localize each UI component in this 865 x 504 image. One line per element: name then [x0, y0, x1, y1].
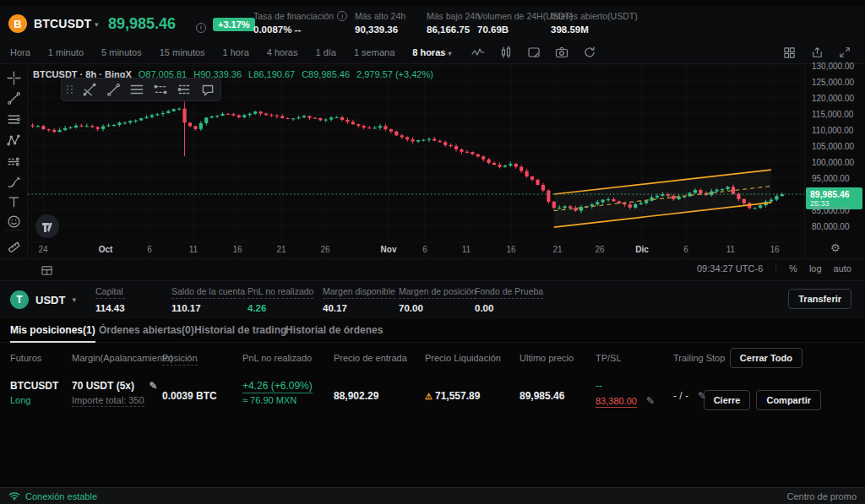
time-tick: 6 [683, 245, 688, 254]
timeframe-1-día[interactable]: 1 día [315, 47, 335, 57]
header-stat: Más alto 24h90,339.36 [355, 11, 405, 35]
timeframe-15-minutos[interactable]: 15 minutos [160, 47, 205, 57]
timeframe-1-minuto[interactable]: 1 minuto [48, 47, 84, 57]
timeframe-1-hora[interactable]: 1 hora [223, 47, 249, 57]
entry-price: 88,902.29 [334, 390, 378, 402]
account-stat: Saldo de la cuenta110.17 [171, 286, 245, 313]
account-stat: Margen disponible40.17 [323, 286, 395, 313]
tab-historial-ordenes[interactable]: Historial de órdenes [286, 324, 383, 336]
parallel-lines-icon[interactable] [129, 82, 144, 97]
wifi-icon [8, 491, 20, 501]
share-icon[interactable] [810, 46, 824, 59]
liquidation-warning-icon[interactable]: ⚠ [425, 392, 432, 401]
emoji-icon[interactable] [7, 214, 21, 229]
last-price-cell: 89,985.46 [520, 390, 564, 402]
close-all-button[interactable]: Cerrar Todo [730, 348, 802, 368]
auto-scale-button[interactable]: auto [834, 263, 851, 274]
header-stat: Tasa de financiacióni0.0087% -- [253, 11, 347, 35]
funding-info-icon[interactable]: i [337, 11, 347, 21]
percent-scale-button[interactable]: % [789, 263, 797, 274]
save-layout-icon[interactable] [527, 46, 541, 59]
stop-loss-value[interactable]: 83,380.00 [596, 396, 637, 408]
time-tick: 16 [770, 245, 779, 254]
time-axis[interactable]: 24Oct611162126Nov611162126Dic61116 [0, 243, 804, 258]
time-tick: 11 [726, 245, 735, 254]
grid-layout-icon[interactable] [782, 46, 796, 59]
status-bar: Conexión estable Centro de promo [0, 487, 865, 504]
price-tick: 115,000.00 [812, 110, 853, 119]
transfer-button[interactable]: Transferir [788, 289, 851, 309]
column-header: TP/SL [596, 353, 622, 363]
camera-icon[interactable] [555, 46, 569, 59]
xabcd-pattern-icon[interactable] [7, 133, 21, 148]
panel-toggle-icon[interactable] [41, 264, 53, 277]
cross-trend-icon[interactable] [82, 82, 97, 97]
indicators-icon[interactable] [471, 46, 485, 59]
timeframe-4-horas[interactable]: 4 horas [267, 47, 298, 57]
positions-table: FuturosMargin(Apalancamiento)PosiciónPnL… [0, 343, 865, 436]
time-tick: 16 [232, 245, 242, 254]
brush-icon[interactable] [7, 175, 21, 189]
position-pnl[interactable]: +4.26 (+6.09%) [242, 380, 313, 393]
account-panel: T USDT ▾ Capital114.43Saldo de la cuenta… [0, 280, 865, 319]
bingx-trading-app: B BTCUSDT ▾ 89,985.46 i +3.17% Tasa de f… [0, 0, 865, 504]
price-tick: 130,000.00 [812, 62, 854, 71]
timeframe-5-minutos[interactable]: 5 minutos [101, 47, 142, 57]
price-tick: 85,000.00 [812, 206, 850, 215]
positions-tabs: Mis posiciones(1)Órdenes abiertas(0)Hist… [0, 319, 865, 343]
fullscreen-icon[interactable] [838, 46, 851, 59]
symbol-selector[interactable]: BTCUSDT [34, 17, 91, 30]
position-side: Long [10, 395, 58, 405]
change-badge: +3.17% [213, 18, 255, 31]
promo-center-link[interactable]: Centro de promo [786, 491, 857, 501]
tab-historial-trading[interactable]: Historial de trading [194, 324, 286, 336]
drag-handle[interactable] [67, 85, 73, 94]
time-tick: 21 [552, 245, 562, 254]
time-tick: Oct [99, 245, 113, 254]
log-scale-button[interactable]: log [809, 263, 822, 274]
dotted-channel-2-icon[interactable] [177, 82, 192, 97]
connection-status: Conexión estable [25, 491, 97, 501]
close-position-button[interactable]: Cierre [704, 390, 751, 410]
time-tick: Dic [635, 245, 649, 254]
horizontal-lines-icon[interactable] [7, 112, 21, 127]
callout-icon[interactable] [200, 82, 215, 97]
chevron-down-icon: ▾ [448, 50, 451, 57]
chevron-down-icon: ▾ [72, 295, 76, 304]
trend-line-icon[interactable] [106, 82, 121, 97]
tab-ordenes-abiertas[interactable]: Órdenes abiertas(0) [99, 324, 194, 336]
crosshair-icon[interactable] [7, 71, 21, 85]
asset-selector[interactable]: T USDT ▾ [10, 290, 76, 309]
text-icon[interactable] [7, 195, 21, 209]
column-header[interactable]: Posición [162, 353, 198, 366]
edit-margin-icon[interactable]: ✎ [149, 380, 157, 392]
trend-line-icon[interactable] [7, 91, 21, 106]
price-tick: 120,000.00 [812, 94, 854, 103]
position-total[interactable]: Importe total: 350 [72, 395, 144, 407]
time-tick: 6 [422, 245, 427, 254]
timeframe-Hora[interactable]: Hora [10, 47, 30, 57]
time-tick: 11 [189, 245, 198, 254]
price-axis[interactable]: 89,985.46 25:33 ⚙ 130,000.00125,000.0012… [804, 64, 865, 258]
price-tick: 105,000.00 [812, 142, 854, 151]
price-info-icon[interactable]: i [196, 23, 206, 33]
price-tick: 95,000.00 [812, 174, 850, 183]
position-size: 0.0039 BTC [162, 390, 217, 402]
account-stat: PnL no realizado4.26 [248, 286, 313, 313]
candle-style-icon[interactable] [499, 46, 513, 59]
share-position-button[interactable]: Compartir [756, 390, 821, 410]
tradingview-logo [35, 214, 59, 238]
refresh-icon[interactable] [583, 46, 596, 59]
dotted-channel-icon[interactable] [153, 82, 168, 97]
tab-mis-posiciones[interactable]: Mis posiciones(1) [10, 324, 95, 336]
edit-tpsl-icon[interactable]: ✎ [646, 395, 655, 407]
usdt-logo-icon: T [10, 290, 29, 309]
time-tick: 24 [38, 245, 47, 254]
timeframe-selected[interactable]: 8 horas▾ [412, 47, 451, 57]
time-tick: 11 [462, 245, 471, 254]
account-stat: Fondo de Prueba0.00 [475, 286, 543, 313]
axis-settings-icon[interactable]: ⚙ [830, 241, 841, 254]
projection-icon[interactable] [7, 154, 21, 169]
timeframe-1-semana[interactable]: 1 semana [354, 47, 394, 57]
market-header: B BTCUSDT ▾ 89,985.46 i +3.17% Tasa de f… [0, 7, 865, 41]
